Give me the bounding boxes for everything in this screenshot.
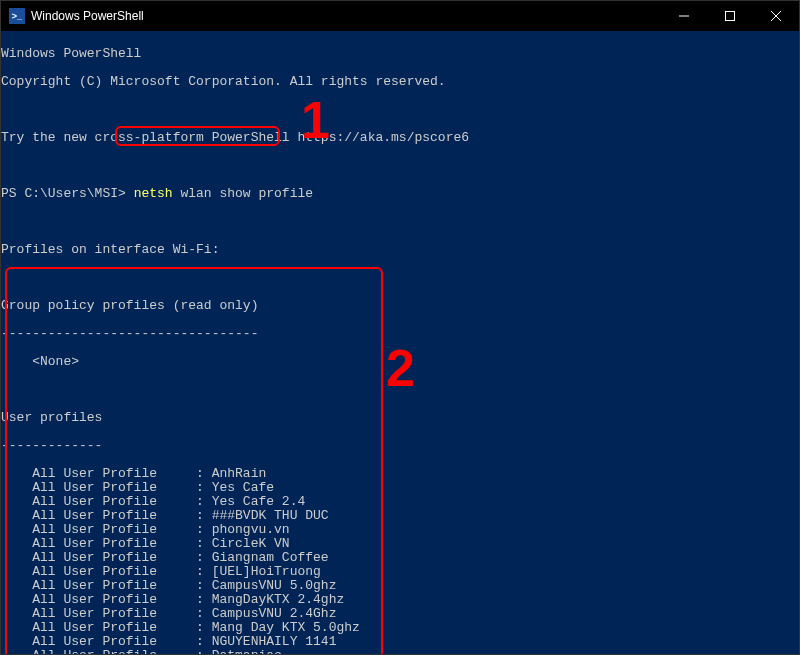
section-header: Profiles on interface Wi-Fi: [1, 243, 799, 257]
profiles-list: All User Profile : AnhRain All User Prof… [1, 467, 799, 654]
command-name: netsh [134, 186, 173, 201]
profile-row: All User Profile : CircleK VN [1, 537, 799, 551]
profile-row: All User Profile : [UEL]HoiTruong [1, 565, 799, 579]
svg-rect-1 [726, 12, 735, 21]
header-line: Copyright (C) Microsoft Corporation. All… [1, 75, 799, 89]
title-bar[interactable]: >_ Windows PowerShell [1, 1, 799, 31]
powershell-icon: >_ [9, 8, 25, 24]
terminal-body[interactable]: Windows PowerShell Copyright (C) Microso… [1, 31, 799, 654]
profile-row: All User Profile : Mang Day KTX 5.0ghz [1, 621, 799, 635]
maximize-button[interactable] [707, 1, 753, 31]
profile-row: All User Profile : MangDayKTX 2.4ghz [1, 593, 799, 607]
section-header: User profiles [1, 411, 799, 425]
blank-line [1, 383, 799, 397]
none-line: <None> [1, 355, 799, 369]
blank-line [1, 103, 799, 117]
profile-row: All User Profile : phongvu.vn [1, 523, 799, 537]
blank-line [1, 271, 799, 285]
minimize-button[interactable] [661, 1, 707, 31]
blank-line [1, 215, 799, 229]
profile-row: All User Profile : NGUYENHAILY 1141 [1, 635, 799, 649]
profile-row: All User Profile : Giangnam Coffee [1, 551, 799, 565]
title-bar-left: >_ Windows PowerShell [9, 8, 661, 24]
profile-row: All User Profile : CampusVNU 5.0ghz [1, 579, 799, 593]
profile-row: All User Profile : AnhRain [1, 467, 799, 481]
command-line: PS C:\Users\MSI> netsh wlan show profile [1, 187, 799, 201]
profile-row: All User Profile : ###BVDK THU DUC [1, 509, 799, 523]
section-dashes: --------------------------------- [1, 327, 799, 341]
profile-row: All User Profile : Datmaniac [1, 649, 799, 654]
profile-row: All User Profile : Yes Cafe 2.4 [1, 495, 799, 509]
window-controls [661, 1, 799, 31]
profile-row: All User Profile : Yes Cafe [1, 481, 799, 495]
close-button[interactable] [753, 1, 799, 31]
command-args: wlan show profile [173, 186, 313, 201]
section-header: Group policy profiles (read only) [1, 299, 799, 313]
prompt: PS C:\Users\MSI> [1, 186, 134, 201]
powershell-window: >_ Windows PowerShell Windows PowerShell… [0, 0, 800, 655]
blank-line [1, 159, 799, 173]
window-title: Windows PowerShell [31, 9, 144, 23]
section-dashes: ------------- [1, 439, 799, 453]
profile-row: All User Profile : CampusVNU 2.4Ghz [1, 607, 799, 621]
header-line: Windows PowerShell [1, 47, 799, 61]
header-line: Try the new cross-platform PowerShell ht… [1, 131, 799, 145]
